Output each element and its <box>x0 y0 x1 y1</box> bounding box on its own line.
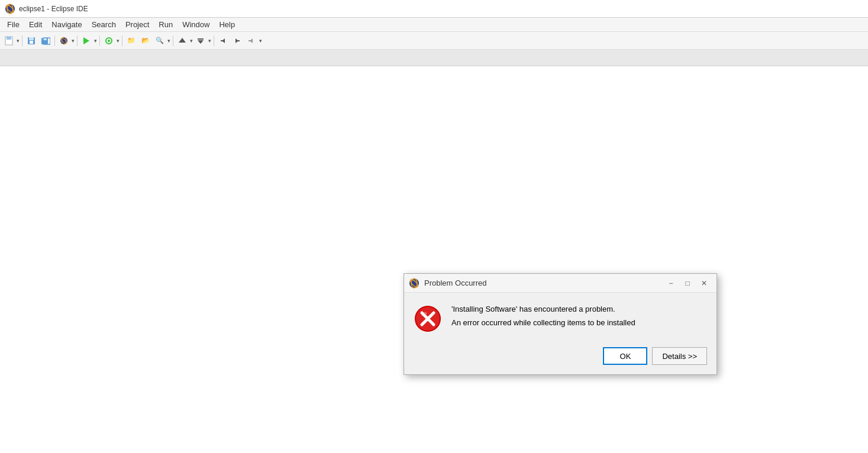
menu-window[interactable]: Window <box>178 18 214 31</box>
svg-rect-21 <box>221 40 222 41</box>
dialog-main-message: 'Installing Software' has encountered a … <box>451 305 635 313</box>
sep4 <box>99 35 100 46</box>
dialog-sub-message: An error occurred while collecting items… <box>451 318 635 327</box>
debug-button[interactable] <box>57 34 70 47</box>
open-resource-button[interactable]: 📂 <box>139 34 152 47</box>
next-annotation[interactable] <box>194 34 207 47</box>
dialog-body: 'Installing Software' has encountered a … <box>404 293 717 374</box>
tab-area <box>0 50 868 66</box>
title-bar: eclipse1 - Eclipse IDE <box>0 0 868 18</box>
run-button[interactable] <box>80 34 93 47</box>
open-type-button[interactable]: 📁 <box>125 34 138 47</box>
sep6 <box>173 35 173 46</box>
svg-marker-19 <box>198 40 204 44</box>
prev-ann-dropdown[interactable]: ▾ <box>190 38 193 44</box>
main-area: Problem Occurred − □ ✕ <box>0 66 868 453</box>
svg-marker-14 <box>83 37 89 44</box>
svg-point-16 <box>108 40 110 42</box>
sep3 <box>77 35 78 46</box>
forward-button[interactable] <box>231 34 244 47</box>
menu-run[interactable]: Run <box>154 18 178 31</box>
dialog-title: Problem Occurred <box>424 279 662 287</box>
menu-help[interactable]: Help <box>214 18 240 31</box>
ext-tools-button[interactable] <box>102 34 115 47</box>
problem-occurred-dialog: Problem Occurred − □ ✕ <box>404 273 717 375</box>
dialog-content-row: 'Installing Software' has encountered a … <box>414 305 707 333</box>
menu-project[interactable]: Project <box>121 18 154 31</box>
sep5 <box>122 35 122 46</box>
run-dropdown[interactable]: ▾ <box>94 38 97 44</box>
svg-rect-23 <box>238 40 240 41</box>
sep7 <box>214 35 214 46</box>
prev-annotation[interactable] <box>176 34 189 47</box>
search-dropdown[interactable]: ▾ <box>167 38 170 44</box>
svg-rect-6 <box>29 37 34 40</box>
dialog-maximize-button[interactable]: □ <box>680 277 695 290</box>
sep2 <box>54 35 55 46</box>
eclipse-title-icon <box>5 4 15 14</box>
error-icon <box>414 305 442 333</box>
menu-file[interactable]: File <box>2 18 24 31</box>
save-button[interactable] <box>25 34 38 47</box>
sep1 <box>22 35 22 46</box>
ext-tools-dropdown[interactable]: ▾ <box>117 38 120 44</box>
search-button[interactable]: 🔍 <box>153 34 166 47</box>
back2-dropdown[interactable]: ▾ <box>259 38 262 44</box>
svg-rect-4 <box>7 37 11 40</box>
menu-search[interactable]: Search <box>87 18 121 31</box>
svg-rect-18 <box>198 38 204 40</box>
debug-dropdown[interactable]: ▾ <box>72 38 75 44</box>
svg-rect-25 <box>249 40 250 41</box>
dialog-messages: 'Installing Software' has encountered a … <box>451 305 635 327</box>
dialog-buttons: OK Details >> <box>414 347 707 365</box>
back-button[interactable] <box>217 34 230 47</box>
back2-button[interactable] <box>245 34 258 47</box>
svg-rect-7 <box>30 41 33 44</box>
menu-edit[interactable]: Edit <box>24 18 47 31</box>
dialog-overlay: Problem Occurred − □ ✕ <box>0 66 868 453</box>
menu-navigate[interactable]: Navigate <box>47 18 86 31</box>
dialog-eclipse-icon <box>409 278 420 289</box>
dialog-minimize-button[interactable]: − <box>663 277 679 290</box>
toolbar: ▾ ▾ ▾ ▾ 📁 📂 🔍 ▾ ▾ ▾ ▾ <box>0 32 868 50</box>
new-dropdown[interactable]: ▾ <box>17 38 20 44</box>
svg-marker-17 <box>179 38 186 43</box>
next-ann-dropdown[interactable]: ▾ <box>208 38 211 44</box>
dialog-titlebar: Problem Occurred − □ ✕ <box>404 274 717 293</box>
menu-bar: File Edit Navigate Search Project Run Wi… <box>0 18 868 32</box>
save-all-button[interactable] <box>39 34 52 47</box>
ok-button[interactable]: OK <box>603 347 647 365</box>
window-title: eclipse1 - Eclipse IDE <box>19 5 88 13</box>
details-button[interactable]: Details >> <box>652 347 707 365</box>
new-button[interactable] <box>2 34 15 47</box>
dialog-close-button[interactable]: ✕ <box>696 277 712 290</box>
